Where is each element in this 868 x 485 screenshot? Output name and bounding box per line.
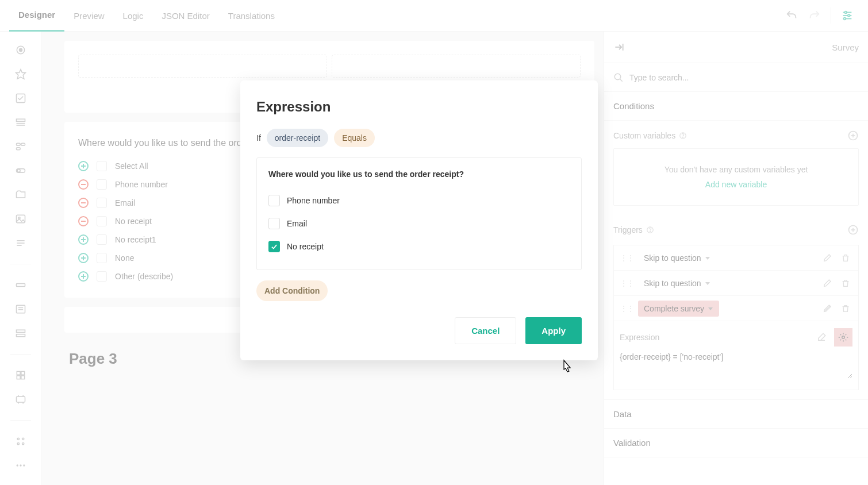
option-phone-number[interactable]: Phone number	[268, 189, 570, 212]
expression-modal: Expression If order-receipt Equals Where…	[240, 80, 598, 360]
modal-title: Expression	[256, 99, 582, 115]
apply-button[interactable]: Apply	[525, 317, 582, 344]
options-prompt: Where would you like us to send the orde…	[268, 170, 570, 179]
question-chip[interactable]: order-receipt	[267, 129, 328, 147]
operator-chip[interactable]: Equals	[334, 129, 375, 147]
option-no-receipt[interactable]: No receipt	[268, 235, 570, 258]
checkmark-icon	[268, 241, 280, 252]
options-box: Where would you like us to send the orde…	[256, 157, 582, 270]
cancel-button[interactable]: Cancel	[455, 317, 516, 344]
if-label: If	[256, 133, 261, 143]
add-condition-button[interactable]: Add Condition	[256, 280, 328, 301]
option-email[interactable]: Email	[268, 212, 570, 235]
